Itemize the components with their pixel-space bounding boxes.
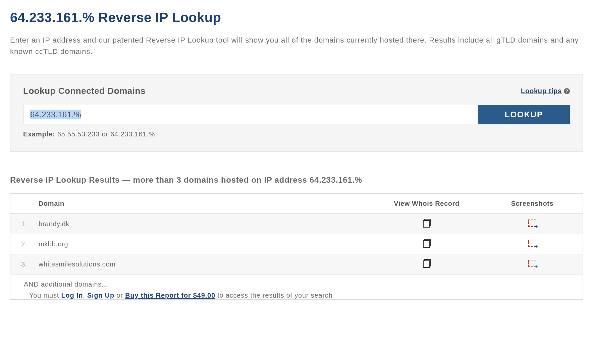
lookup-tips-link[interactable]: Lookup tips ? <box>521 87 570 95</box>
col-screenshots: Screenshots <box>482 194 583 214</box>
col-domain: Domain <box>34 194 371 214</box>
row-index: 2. <box>10 234 34 254</box>
must-prefix: You must <box>29 292 61 299</box>
lookup-panel: Lookup Connected Domains Lookup tips ? 6… <box>10 74 583 152</box>
row-index: 3. <box>10 254 34 275</box>
results-panel: Domain View Whois Record Screenshots 1. … <box>10 193 583 300</box>
whois-icon[interactable] <box>423 240 430 247</box>
whois-icon[interactable] <box>423 260 430 267</box>
screenshot-icon[interactable] <box>528 240 536 247</box>
row-domain: mkbb.org <box>34 234 371 254</box>
must-login-line: You must Log In, Sign Up or Buy this Rep… <box>10 290 583 299</box>
table-row: 3. whitesmilesolutions.com <box>10 254 583 275</box>
and-more-text: AND additional domains... <box>10 275 583 290</box>
example-label: Example: <box>23 130 55 138</box>
must-suffix: to access the results of your search <box>215 292 333 299</box>
lookup-tips-label: Lookup tips <box>521 87 562 95</box>
buy-report-link[interactable]: Buy this Report for $49.00 <box>125 292 215 299</box>
example-value: 65.55.53.233 or 64.233.161.% <box>57 130 155 138</box>
ip-input-value: 64.233.161.% <box>30 110 81 119</box>
row-domain: whitesmilesolutions.com <box>34 254 371 275</box>
screenshot-icon[interactable] <box>528 260 536 267</box>
sep-comma: , <box>83 292 87 299</box>
sep-or: or <box>114 292 125 299</box>
table-row: 1. brandy.dk <box>10 214 583 234</box>
signup-link[interactable]: Sign Up <box>87 292 114 299</box>
page-title: 64.233.161.% Reverse IP Lookup <box>10 10 583 25</box>
row-domain: brandy.dk <box>34 214 371 234</box>
col-whois: View Whois Record <box>371 194 482 214</box>
row-index: 1. <box>10 214 34 234</box>
results-heading: Reverse IP Lookup Results — more than 3 … <box>10 175 583 185</box>
lookup-heading: Lookup Connected Domains <box>23 86 146 96</box>
help-icon: ? <box>564 88 570 94</box>
results-table: Domain View Whois Record Screenshots 1. … <box>10 194 583 275</box>
intro-text: Enter an IP address and our patented Rev… <box>10 35 583 57</box>
lookup-button[interactable]: LOOKUP <box>478 105 570 124</box>
login-link[interactable]: Log In <box>61 292 83 299</box>
whois-icon[interactable] <box>423 220 430 227</box>
screenshot-icon[interactable] <box>528 220 536 227</box>
table-row: 2. mkbb.org <box>10 234 583 254</box>
ip-input[interactable]: 64.233.161.% <box>23 105 478 124</box>
example-line: Example: 65.55.53.233 or 64.233.161.% <box>23 130 570 138</box>
